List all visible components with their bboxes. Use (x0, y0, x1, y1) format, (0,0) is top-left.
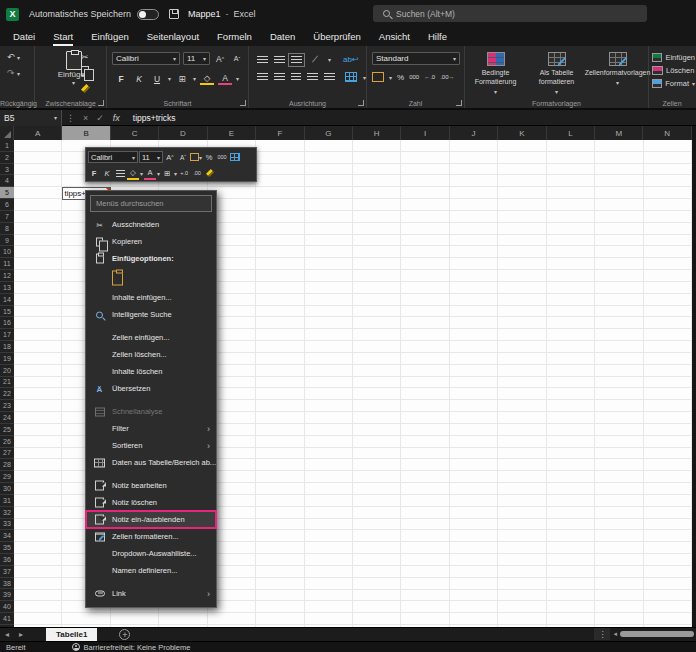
zellenformatvorlagen-button[interactable]: Zellenformatvorlagen▾ (587, 52, 647, 86)
als-tabelle-formatieren-button[interactable]: Als Tabelle formatieren▾ (526, 52, 586, 95)
chevron-down-icon[interactable]: ▾ (193, 75, 196, 82)
formula-input[interactable]: tipps+tricks (133, 113, 176, 123)
mini-bold-button[interactable]: F (88, 167, 100, 180)
menu-item-link[interactable]: Link› (86, 585, 216, 602)
row-header-24[interactable]: 24 (0, 412, 14, 424)
menu-item-dropdown-auswahlliste[interactable]: Dropdown-Auswahlliste... (86, 545, 216, 562)
insert-function-icon[interactable]: fx (108, 113, 125, 123)
font-size-select[interactable]: 11▾ (183, 52, 210, 65)
menu-item-paste-option[interactable] (86, 267, 216, 289)
ribbon-tab-start[interactable]: Start (44, 29, 82, 46)
row-header-18[interactable]: 18 (0, 341, 14, 353)
menu-search-input[interactable]: Menüs durchsuchen (90, 195, 212, 212)
menu-item-einfügeoptionen[interactable]: Einfügeoptionen: (86, 250, 216, 267)
row-header-25[interactable]: 25 (0, 424, 14, 436)
decrease-decimal-icon[interactable]: .00→ (440, 74, 454, 80)
sheet-prev-icon[interactable]: ◂ (0, 630, 14, 639)
sheet-next-icon[interactable]: ▸ (14, 630, 28, 639)
row-header-35[interactable]: 35 (0, 542, 14, 554)
mini-font-size-select[interactable]: 11▾ (139, 151, 163, 163)
column-header-k[interactable]: K (498, 126, 546, 140)
row-header-34[interactable]: 34 (0, 530, 14, 542)
column-header-j[interactable]: J (450, 126, 498, 140)
row-header-33[interactable]: 33 (0, 519, 14, 531)
row-header-20[interactable]: 20 (0, 365, 14, 377)
cut-icon[interactable]: ✂ (81, 52, 89, 62)
menu-item-zellen-löschen[interactable]: Zellen löschen... (86, 346, 216, 363)
sheet-tab-tabelle1[interactable]: Tabelle1 (46, 628, 97, 642)
ribbon-tab-ansicht[interactable]: Ansicht (370, 29, 419, 46)
mini-fill-color-button[interactable]: ◇ (127, 167, 139, 180)
row-header-8[interactable]: 8 (0, 223, 14, 235)
clipboard-dialog-launcher-icon[interactable] (98, 100, 104, 106)
borders-button[interactable]: ⊞ (175, 72, 189, 85)
mini-shrink-font-button[interactable]: Aˇ (177, 151, 189, 164)
row-header-10[interactable]: 10 (0, 246, 14, 258)
mini-decrease-decimal-icon[interactable]: .00 (191, 167, 203, 180)
menu-item-intelligente-suche[interactable]: Intelligente Suche (86, 306, 216, 323)
number-format-select[interactable]: Standard▾ (372, 52, 460, 65)
font-name-select[interactable]: Calibri▾ (112, 52, 180, 65)
row-header-17[interactable]: 17 (0, 329, 14, 341)
enter-icon[interactable]: ✓ (92, 113, 108, 123)
align-top-icon[interactable] (257, 56, 268, 64)
scrollbar-options-icon[interactable]: ⋮ (594, 628, 610, 640)
row-header-26[interactable]: 26 (0, 436, 14, 448)
mini-font-color-button[interactable]: A (144, 167, 156, 180)
merge-center-icon[interactable] (345, 72, 357, 82)
column-header-a[interactable]: A (14, 126, 62, 140)
column-header-n[interactable]: N (643, 126, 691, 140)
name-box[interactable]: B5 ▾ (0, 110, 62, 126)
column-header-h[interactable]: H (353, 126, 401, 140)
number-dialog-launcher-icon[interactable] (456, 100, 462, 106)
row-header-31[interactable]: 31 (0, 495, 14, 507)
ribbon-tab-seitenlayout[interactable]: Seitenlayout (138, 29, 208, 46)
row-header-11[interactable]: 11 (0, 258, 14, 270)
row-header-3[interactable]: 3 (0, 164, 14, 176)
paste-button[interactable]: Einfügen ▾ (41, 51, 106, 86)
row-header-21[interactable]: 21 (0, 377, 14, 389)
increase-indent-icon[interactable] (324, 73, 335, 81)
menu-item-namen-definieren[interactable]: Namen definieren... (86, 562, 216, 579)
horizontal-scrollbar[interactable]: ⋮ ◂ (594, 628, 696, 640)
column-header-e[interactable]: E (208, 126, 256, 140)
menu-item-notiz-bearbeiten[interactable]: Notiz bearbeiten (86, 477, 216, 494)
row-header-23[interactable]: 23 (0, 400, 14, 412)
chevron-down-icon[interactable]: ▾ (236, 75, 239, 82)
ribbon-tab-überprüfen[interactable]: Überprüfen (304, 29, 370, 46)
increase-decimal-icon[interactable]: ←.0 (424, 74, 435, 80)
align-bottom-icon[interactable] (291, 56, 302, 64)
mini-borders-icon[interactable]: ⊞ (161, 167, 173, 180)
menu-item-sortieren[interactable]: Sortieren› (86, 437, 216, 454)
row-header-28[interactable]: 28 (0, 459, 14, 471)
row-header-32[interactable]: 32 (0, 507, 14, 519)
font-dialog-launcher-icon[interactable] (240, 100, 246, 106)
copy-icon[interactable] (81, 66, 89, 76)
row-header-12[interactable]: 12 (0, 270, 14, 282)
scrollbar-thumb[interactable] (620, 631, 694, 637)
column-header-d[interactable]: D (159, 126, 207, 140)
menu-item-übersetzen[interactable]: ÄÜbersetzen (86, 380, 216, 397)
row-header-37[interactable]: 37 (0, 566, 14, 578)
menu-item-filter[interactable]: Filter› (86, 420, 216, 437)
menu-item-notiz-löschen[interactable]: Notiz löschen (86, 494, 216, 511)
row-header-16[interactable]: 16 (0, 317, 14, 329)
scroll-left-icon[interactable]: ◂ (610, 630, 620, 638)
decrease-indent-icon[interactable] (307, 73, 318, 81)
einfügen-cells-button[interactable]: Einfügen (652, 51, 695, 64)
menu-item-daten-aus-tabelle-bereich-ab[interactable]: Daten aus Tabelle/Bereich ab... (86, 454, 216, 471)
row-header-9[interactable]: 9 (0, 235, 14, 247)
menu-item-zellen-einfügen[interactable]: Zellen einfügen... (86, 329, 216, 346)
percent-style-button[interactable]: % (397, 73, 404, 82)
bold-button[interactable]: F (114, 72, 128, 85)
wrap-text-icon[interactable]: ab↩ (343, 55, 359, 64)
align-middle-icon[interactable] (274, 56, 285, 64)
bedingte-formatierung-button[interactable]: Bedingte Formatierung▾ (465, 52, 525, 95)
menu-item-ausschneiden[interactable]: ✂Ausschneiden (86, 216, 216, 233)
ribbon-tab-hilfe[interactable]: Hilfe (419, 29, 456, 46)
row-header-6[interactable]: 6 (0, 199, 14, 211)
row-header-7[interactable]: 7 (0, 211, 14, 223)
column-header-c[interactable]: C (111, 126, 159, 140)
accounting-format-icon[interactable] (372, 72, 384, 82)
shrink-font-button[interactable]: Aˇ (230, 52, 244, 65)
